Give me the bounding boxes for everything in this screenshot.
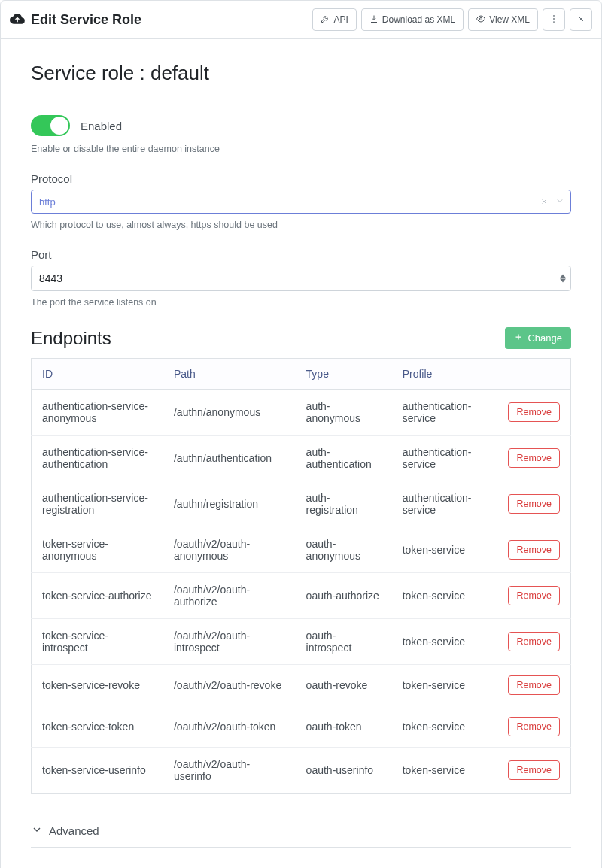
table-row: authentication-service-anonymous/authn/a… bbox=[32, 390, 571, 436]
close-icon bbox=[576, 14, 585, 26]
cell-profile: authentication-service bbox=[392, 436, 496, 481]
table-row: authentication-service-registration/auth… bbox=[32, 481, 571, 527]
cell-profile: authentication-service bbox=[392, 481, 496, 527]
cell-action: Remove bbox=[496, 390, 571, 436]
table-row: token-service-authorize/oauth/v2/oauth-a… bbox=[32, 573, 571, 619]
protocol-label: Protocol bbox=[31, 172, 571, 185]
port-input[interactable] bbox=[39, 272, 548, 284]
svg-point-3 bbox=[553, 21, 555, 23]
cell-action: Remove bbox=[496, 573, 571, 619]
cell-path: /authn/registration bbox=[163, 481, 296, 527]
cell-path: /authn/anonymous bbox=[163, 390, 296, 436]
cell-profile: token-service bbox=[392, 573, 496, 619]
cell-profile: token-service bbox=[392, 527, 496, 573]
cell-action: Remove bbox=[496, 706, 571, 748]
cell-id: authentication-service-registration bbox=[32, 481, 163, 527]
enabled-toggle[interactable] bbox=[31, 115, 70, 136]
plus-icon bbox=[514, 332, 523, 344]
port-stepper[interactable] bbox=[560, 274, 566, 283]
api-button[interactable]: API bbox=[312, 8, 356, 31]
remove-button[interactable]: Remove bbox=[508, 760, 560, 780]
view-xml-button[interactable]: View XML bbox=[468, 8, 538, 31]
dialog-window: Edit Service Role API Download as XML Vi… bbox=[0, 0, 602, 868]
col-path: Path bbox=[163, 359, 296, 390]
cell-action: Remove bbox=[496, 481, 571, 527]
cell-path: /oauth/v2/oauth-anonymous bbox=[163, 527, 296, 573]
remove-button[interactable]: Remove bbox=[508, 402, 560, 422]
remove-button[interactable]: Remove bbox=[508, 675, 560, 695]
endpoints-table: ID Path Type Profile authentication-serv… bbox=[31, 358, 571, 794]
protocol-help: Which protocol to use, almost always, ht… bbox=[31, 220, 571, 230]
cell-id: authentication-service-anonymous bbox=[32, 390, 163, 436]
table-row: token-service-userinfo/oauth/v2/oauth-us… bbox=[32, 748, 571, 794]
cell-path: /oauth/v2/oauth-revoke bbox=[163, 665, 296, 706]
col-type: Type bbox=[296, 359, 392, 390]
cell-path: /oauth/v2/oauth-token bbox=[163, 706, 296, 748]
chevron-down-icon bbox=[555, 196, 564, 208]
remove-button[interactable]: Remove bbox=[508, 632, 560, 651]
svg-point-1 bbox=[553, 14, 555, 16]
cell-path: /authn/authentication bbox=[163, 436, 296, 481]
wrench-icon bbox=[321, 14, 330, 26]
cell-type: oauth-userinfo bbox=[296, 748, 392, 794]
download-icon bbox=[369, 14, 379, 26]
remove-button[interactable]: Remove bbox=[508, 586, 560, 605]
cell-type: auth-authentication bbox=[296, 436, 392, 481]
cell-action: Remove bbox=[496, 619, 571, 665]
clear-icon[interactable] bbox=[540, 196, 548, 208]
col-profile: Profile bbox=[392, 359, 496, 390]
remove-button[interactable]: Remove bbox=[508, 494, 560, 514]
close-button[interactable] bbox=[570, 8, 592, 31]
cell-path: /oauth/v2/oauth-userinfo bbox=[163, 748, 296, 794]
port-label: Port bbox=[31, 248, 571, 261]
table-row: token-service-revoke/oauth/v2/oauth-revo… bbox=[32, 665, 571, 706]
cell-profile: authentication-service bbox=[392, 390, 496, 436]
port-input-wrap bbox=[31, 266, 571, 291]
svg-point-2 bbox=[553, 18, 555, 20]
table-row: token-service-anonymous/oauth/v2/oauth-a… bbox=[32, 527, 571, 573]
port-help: The port the service listens on bbox=[31, 297, 571, 308]
enabled-label: Enabled bbox=[81, 120, 122, 132]
chevron-down-icon bbox=[31, 824, 43, 838]
protocol-select[interactable]: http bbox=[31, 190, 571, 214]
table-row: authentication-service-authentication/au… bbox=[32, 436, 571, 481]
change-endpoints-button[interactable]: Change bbox=[505, 327, 571, 349]
cell-type: oauth-revoke bbox=[296, 665, 392, 706]
cell-action: Remove bbox=[496, 748, 571, 794]
eye-icon bbox=[476, 14, 485, 26]
title-bar: Edit Service Role API Download as XML Vi… bbox=[1, 1, 601, 39]
cell-id: token-service-anonymous bbox=[32, 527, 163, 573]
remove-button[interactable]: Remove bbox=[508, 448, 560, 468]
table-row: token-service-introspect/oauth/v2/oauth-… bbox=[32, 619, 571, 665]
remove-button[interactable]: Remove bbox=[508, 540, 560, 560]
endpoints-heading: Endpoints bbox=[31, 328, 111, 349]
cell-id: token-service-token bbox=[32, 706, 163, 748]
cell-id: token-service-revoke bbox=[32, 665, 163, 706]
cell-type: auth-registration bbox=[296, 481, 392, 527]
remove-button[interactable]: Remove bbox=[508, 717, 560, 736]
cell-type: oauth-token bbox=[296, 706, 392, 748]
col-id: ID bbox=[32, 359, 163, 390]
advanced-label: Advanced bbox=[49, 824, 99, 837]
cell-type: oauth-anonymous bbox=[296, 527, 392, 573]
cell-profile: token-service bbox=[392, 665, 496, 706]
cell-type: oauth-introspect bbox=[296, 619, 392, 665]
svg-point-0 bbox=[480, 17, 482, 20]
more-button[interactable] bbox=[543, 8, 565, 31]
cell-id: token-service-authorize bbox=[32, 573, 163, 619]
table-row: token-service-token/oauth/v2/oauth-token… bbox=[32, 706, 571, 748]
enabled-help: Enable or disable the entire daemon inst… bbox=[31, 144, 571, 154]
cell-action: Remove bbox=[496, 665, 571, 706]
cell-path: /oauth/v2/oauth-authorize bbox=[163, 573, 296, 619]
cloud-upload-icon bbox=[10, 11, 25, 29]
advanced-toggle[interactable]: Advanced bbox=[31, 824, 571, 848]
dialog-title: Edit Service Role bbox=[31, 12, 141, 28]
cell-profile: token-service bbox=[392, 748, 496, 794]
cell-path: /oauth/v2/oauth-introspect bbox=[163, 619, 296, 665]
more-vertical-icon bbox=[549, 14, 559, 26]
page-heading: Service role : default bbox=[31, 62, 571, 85]
cell-action: Remove bbox=[496, 527, 571, 573]
download-xml-button[interactable]: Download as XML bbox=[361, 8, 464, 31]
cell-id: token-service-introspect bbox=[32, 619, 163, 665]
cell-id: authentication-service-authentication bbox=[32, 436, 163, 481]
